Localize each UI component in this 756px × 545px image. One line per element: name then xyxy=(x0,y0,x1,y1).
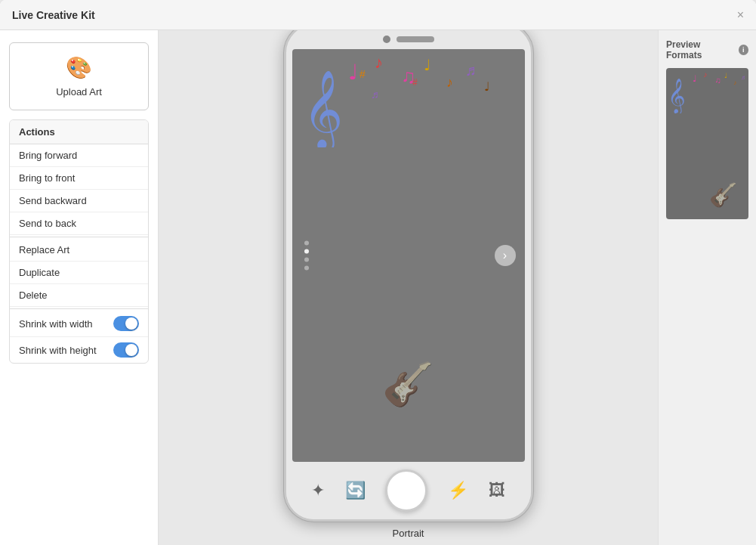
action-bring-front[interactable]: Bring to front xyxy=(10,167,148,190)
shrink-width-row: Shrink with width xyxy=(10,311,148,337)
svg-text:♪: ♪ xyxy=(446,75,453,90)
actions-header: Actions xyxy=(10,120,148,144)
svg-text:♪: ♪ xyxy=(704,70,708,79)
phone-mockup-overlay: 𝄞 ♩ ♪ ♫ ♩ ♪ ♬ ♩ ♬ # # xyxy=(284,30,533,522)
shrink-width-toggle[interactable] xyxy=(113,316,139,331)
phone-capture-button[interactable] xyxy=(385,469,427,512)
action-bring-forward[interactable]: Bring forward xyxy=(10,144,148,167)
phone-music-notes: 𝄞 ♩ ♪ ♫ ♩ ♪ ♬ ♩ ♬ # # xyxy=(292,49,525,147)
phone-screen: 𝄞 ♩ ♪ ♫ ♩ ♪ ♬ ♩ ♬ # # xyxy=(292,49,525,462)
preview-header: Preview Formats i xyxy=(666,39,748,60)
phone-flip-icon[interactable]: 🔄 xyxy=(345,481,366,500)
info-icon[interactable]: i xyxy=(739,45,748,55)
canvas-area: 𝄞 ♩ ♪ ♫ ♩ ♪ ♬ # # 🎸 xyxy=(159,30,658,545)
actions-divider-1 xyxy=(10,237,148,237)
svg-text:♪: ♪ xyxy=(733,79,736,86)
action-replace-art[interactable]: Replace Art xyxy=(10,239,148,262)
main-content: 🎨 Upload Art Actions Bring forward Bring… xyxy=(0,30,756,545)
svg-text:#: # xyxy=(412,77,418,88)
palette-icon: 🎨 xyxy=(66,55,92,80)
close-button[interactable]: × xyxy=(737,9,744,21)
phone-speaker xyxy=(397,36,434,42)
upload-art-button[interactable]: 🎨 Upload Art xyxy=(9,42,149,110)
app-window: Live Creative Kit × 🎨 Upload Art Actions… xyxy=(0,0,756,545)
svg-text:♬: ♬ xyxy=(371,88,379,101)
svg-text:♪: ♪ xyxy=(375,53,383,72)
shrink-height-label: Shrink with height xyxy=(19,345,97,356)
svg-text:♬: ♬ xyxy=(741,74,745,81)
svg-text:♩: ♩ xyxy=(724,72,727,79)
action-delete[interactable]: Delete xyxy=(10,284,148,307)
dot-4 xyxy=(304,266,309,271)
phone-notch xyxy=(383,30,434,49)
svg-text:♫: ♫ xyxy=(714,76,721,85)
phone-gallery-icon[interactable]: 🖼 xyxy=(489,481,505,500)
title-bar: Live Creative Kit × xyxy=(0,0,756,30)
shrink-height-toggle[interactable] xyxy=(113,342,139,358)
svg-text:♬: ♬ xyxy=(465,62,477,79)
window-title: Live Creative Kit xyxy=(12,9,95,21)
preview-music-notes: 𝄞 ♩ ♪ ♫ ♩ ♪ ♬ xyxy=(666,68,748,113)
phone-guitar: 🎸 xyxy=(382,360,434,409)
preview-panel: Preview Formats i 𝄞 ♩ ♪ ♫ ♩ ♪ ♬ 🎸 xyxy=(658,30,756,545)
actions-panel: Actions Bring forward Bring to front Sen… xyxy=(9,119,149,364)
dot-1 xyxy=(304,241,309,246)
action-duplicate[interactable]: Duplicate xyxy=(10,262,148,284)
svg-text:♩: ♩ xyxy=(484,80,490,93)
phone-frame: 𝄞 ♩ ♪ ♫ ♩ ♪ ♬ ♩ ♬ # # xyxy=(284,30,533,522)
preview-thumbnail: 𝄞 ♩ ♪ ♫ ♩ ♪ ♬ 🎸 xyxy=(666,68,748,219)
action-send-backward[interactable]: Send backward xyxy=(10,190,148,212)
phone-orientation-label: Portrait xyxy=(284,522,533,542)
upload-label: Upload Art xyxy=(56,86,102,98)
svg-text:𝄞: 𝄞 xyxy=(668,79,686,113)
svg-text:𝄞: 𝄞 xyxy=(303,71,343,147)
action-send-back[interactable]: Send to back xyxy=(10,212,148,235)
preview-guitar: 🎸 xyxy=(709,181,737,208)
preview-header-label: Preview Formats xyxy=(666,39,736,60)
phone-dots xyxy=(304,241,309,271)
sidebar: 🎨 Upload Art Actions Bring forward Bring… xyxy=(0,30,159,545)
phone-camera xyxy=(383,36,390,43)
actions-divider-2 xyxy=(10,308,148,309)
shrink-width-label: Shrink with width xyxy=(19,318,93,330)
phone-bottom-bar: ✦ 🔄 ⚡ 🖼 xyxy=(286,462,531,519)
svg-text:♩: ♩ xyxy=(424,57,430,73)
dot-2 xyxy=(304,249,309,254)
svg-text:♩: ♩ xyxy=(348,60,358,84)
actions-list: Bring forward Bring to front Send backwa… xyxy=(10,144,148,363)
svg-text:♩: ♩ xyxy=(693,73,697,84)
phone-flash-icon[interactable]: ⚡ xyxy=(448,481,468,500)
svg-text:#: # xyxy=(359,68,366,80)
phone-sticker-icon[interactable]: ✦ xyxy=(311,481,325,500)
phone-nav-arrow[interactable]: › xyxy=(495,245,516,266)
dot-3 xyxy=(304,258,309,262)
shrink-height-row: Shrink with height xyxy=(10,337,148,363)
